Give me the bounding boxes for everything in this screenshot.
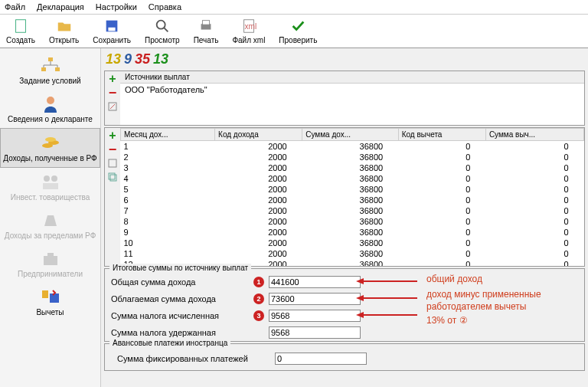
advance-input[interactable] (275, 353, 367, 365)
sources-list[interactable]: Источники выплат ООО "Работодатель" (120, 71, 584, 125)
check-button[interactable]: Проверить (279, 18, 317, 44)
column-header[interactable]: Код вычета (398, 129, 485, 141)
rate-13-green[interactable]: 13 (153, 51, 168, 67)
handshake-icon (40, 172, 61, 191)
svg-marker-32 (356, 278, 364, 284)
column-header[interactable]: Месяц дох... (121, 129, 215, 141)
sidebar-item-entrepreneur: Предприниматели (0, 244, 100, 283)
svg-point-19 (45, 137, 56, 142)
income-grid[interactable]: Месяц дох...Код доходаСумма дох...Код вы… (120, 128, 584, 266)
tax-withheld-label: Сумма налога удержанная (111, 328, 249, 337)
table-row[interactable]: 120003680000 (121, 141, 584, 153)
svg-rect-22 (43, 183, 58, 189)
svg-line-4 (164, 28, 168, 32)
sources-header: Источники выплат (120, 71, 584, 84)
preview-icon (154, 18, 171, 34)
svg-point-20 (44, 175, 50, 182)
table-row[interactable]: 620003680000 (121, 195, 584, 205)
table-row[interactable]: 1120003680000 (121, 248, 584, 259)
column-header[interactable]: Код дохода (215, 129, 302, 141)
rate-35[interactable]: 35 (135, 51, 150, 67)
toolbar: Создать Открыть Сохранить Просмотр Печат… (0, 15, 588, 48)
svg-rect-26 (50, 294, 59, 303)
table-row[interactable]: 420003680000 (121, 173, 584, 184)
svg-rect-23 (44, 256, 57, 265)
save-button[interactable]: Сохранить (93, 18, 131, 44)
svg-rect-28 (109, 159, 116, 167)
edit-source-button[interactable] (106, 100, 119, 113)
source-row[interactable]: ООО "Работодатель" (120, 84, 584, 96)
advance-header: Авансовые платежи иностранца (109, 339, 230, 347)
add-income-button[interactable]: + (106, 130, 119, 142)
taxable-income-input[interactable] (269, 293, 361, 305)
remove-source-button[interactable]: − (106, 87, 119, 99)
menu-settings[interactable]: Настройки (96, 2, 137, 11)
deductions-icon (40, 287, 61, 306)
tax-calc-label: Сумма налога исчисленная (111, 311, 249, 320)
preview-button[interactable]: Просмотр (145, 18, 180, 44)
svg-text:xml: xml (244, 22, 256, 31)
svg-rect-10 (41, 67, 46, 71)
copy-income-button[interactable] (106, 171, 119, 183)
xml-button[interactable]: xmlФайл xml (232, 18, 265, 44)
menu-file[interactable]: Файл (5, 2, 25, 11)
total-income-input[interactable] (269, 276, 361, 288)
column-header[interactable]: Сумма выч... (485, 129, 583, 141)
source-toolbar: + − (105, 71, 120, 125)
tax-withheld-input[interactable] (269, 326, 361, 339)
svg-rect-6 (202, 21, 209, 25)
new-icon (12, 18, 29, 34)
briefcase-icon (40, 249, 61, 267)
svg-rect-2 (109, 28, 116, 31)
svg-marker-34 (356, 295, 364, 301)
table-row[interactable]: 820003680000 (121, 216, 584, 227)
annotation-3: 13% от ② (426, 315, 468, 326)
table-row[interactable]: 720003680000 (121, 205, 584, 216)
tax-calc-input[interactable] (269, 310, 361, 322)
table-row[interactable]: 920003680000 (121, 227, 584, 238)
income-toolbar: + − (105, 128, 120, 266)
svg-rect-9 (48, 57, 53, 61)
check-icon (289, 18, 306, 34)
edit-icon (107, 158, 118, 169)
sidebar-item-declarant[interactable]: Сведения о декларанте (0, 90, 100, 128)
content-area: 13 9 35 13 + − Источники выплат ООО "Раб… (101, 48, 588, 387)
totals-header: Итоговые суммы по источнику выплат (109, 264, 251, 272)
totals-group: Итоговые суммы по источнику выплат Общая… (104, 268, 585, 342)
svg-rect-30 (110, 175, 116, 181)
sidebar-item-income-rf[interactable]: Доходы, полученные в РФ (0, 128, 100, 168)
sidebar-item-income-abroad: Доходы за пределами РФ (0, 206, 100, 244)
annotation-1: общий доход (426, 274, 482, 284)
sidebar-item-invest: Инвест. товарищества (0, 168, 100, 206)
table-row[interactable]: 220003680000 (121, 152, 584, 162)
arrow-icon (356, 310, 417, 320)
rate-13-yellow[interactable]: 13 (106, 51, 121, 67)
svg-point-16 (47, 97, 54, 104)
sidebar-item-deductions[interactable]: Вычеты (0, 283, 100, 321)
menu-help[interactable]: Справка (149, 2, 181, 11)
table-row[interactable]: 1020003680000 (121, 238, 584, 248)
total-income-label: Общая сумма дохода (111, 277, 249, 287)
tree-icon (40, 56, 61, 74)
rate-9[interactable]: 9 (124, 51, 132, 67)
column-header[interactable]: Сумма дох... (302, 129, 398, 141)
svg-marker-36 (356, 312, 364, 318)
print-button[interactable]: Печать (194, 18, 219, 44)
print-icon (198, 18, 214, 34)
coins-icon (40, 133, 61, 152)
add-source-button[interactable]: + (106, 73, 119, 85)
remove-income-button[interactable]: − (106, 143, 119, 156)
create-button[interactable]: Создать (6, 18, 35, 44)
svg-point-21 (51, 175, 57, 182)
table-row[interactable]: 520003680000 (121, 184, 584, 195)
sidebar-item-conditions[interactable]: Задание условий (0, 51, 100, 90)
save-icon (103, 18, 120, 34)
open-button[interactable]: Открыть (49, 18, 79, 44)
badge-2: 2 (253, 294, 264, 304)
table-row[interactable]: 320003680000 (121, 162, 584, 173)
annotation-2b: работодателем вычеты (426, 301, 526, 312)
menu-declaration[interactable]: Декларация (37, 2, 84, 11)
edit-income-button[interactable] (106, 157, 119, 169)
rate-tabs: 13 9 35 13 (103, 50, 586, 69)
svg-rect-29 (109, 173, 115, 179)
